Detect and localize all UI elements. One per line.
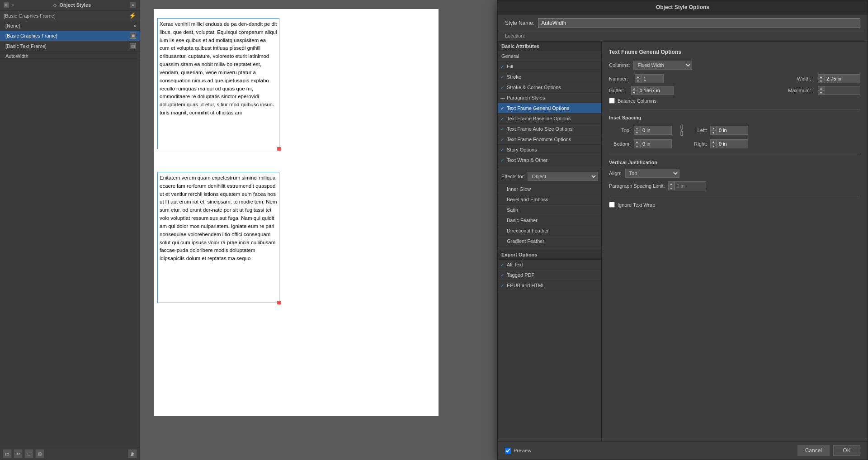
divider-3 — [609, 196, 860, 196]
style-item-none-delete[interactable]: × — [133, 24, 136, 28]
effect-item-basic-feather[interactable]: Basic Feather — [498, 215, 601, 226]
maximum-input[interactable] — [824, 86, 860, 95]
gutter-input[interactable] — [637, 86, 674, 95]
effects-for-select[interactable]: Object — [528, 172, 598, 181]
footer-buttons: Cancel OK — [797, 445, 860, 456]
number-input[interactable] — [641, 74, 664, 83]
export-options-header: Export Options — [498, 250, 601, 260]
gutter-down-arrow[interactable]: ▼ — [631, 90, 637, 95]
maximum-up-arrow[interactable]: ▲ — [818, 86, 824, 90]
gutter-up-arrow[interactable]: ▲ — [631, 86, 637, 90]
dialog-left-column: Basic Attributes General ✓ Fill — [498, 42, 602, 441]
attr-item-stroke-corner[interactable]: ✓ Stroke & Corner Options — [498, 82, 601, 93]
export-list: ✓ Alt Text ✓ Tagged PDF ✓ EPUB and HTML — [498, 260, 601, 291]
width-label: Width: — [797, 76, 811, 81]
bottom-input[interactable] — [640, 139, 672, 148]
export-item-epub[interactable]: ✓ EPUB and HTML — [498, 280, 601, 291]
top-spinner-arrows: ▲ ▼ — [634, 126, 640, 135]
panel-close-button[interactable]: × — [4, 2, 9, 8]
attr-item-tf-general[interactable]: ✓ Text Frame General Options — [498, 103, 601, 114]
para-spacing-input[interactable] — [675, 181, 706, 190]
maximum-spinner-arrows: ▲ ▼ — [818, 86, 824, 95]
style-item-basic-text[interactable]: [Basic Text Frame] ▤ — [0, 41, 140, 52]
effect-basic-feather-label: Basic Feather — [507, 218, 538, 223]
width-down-arrow[interactable]: ▼ — [818, 79, 824, 83]
align-select[interactable]: Top — [625, 169, 679, 178]
maximum-label: Maximum: — [788, 88, 811, 93]
chain-link-icon[interactable] — [675, 124, 688, 137]
right-input[interactable] — [717, 139, 748, 148]
export-item-tagged-pdf[interactable]: ✓ Tagged PDF — [498, 270, 601, 280]
balance-columns-checkbox[interactable] — [609, 98, 615, 104]
attr-tf-baseline-label: Text Frame Baseline Options — [507, 116, 571, 121]
number-up-arrow[interactable]: ▲ — [635, 74, 641, 79]
panel-menu-button[interactable]: ≡ — [130, 2, 136, 8]
attr-tf-autosize-label: Text Frame Auto Size Options — [507, 126, 573, 132]
effect-item-gradient-feather[interactable]: Gradient Feather — [498, 236, 601, 247]
style-item-autowidth[interactable]: AutoWidth — [0, 52, 140, 61]
dialog-title: Object Style Options — [498, 0, 868, 14]
left-label: Left: — [692, 128, 707, 133]
attr-fill-check: ✓ — [500, 64, 504, 69]
panel-header: × » ◇ Object Styles ≡ — [0, 0, 140, 10]
divider-2 — [609, 154, 860, 154]
ok-button[interactable]: OK — [833, 445, 860, 456]
attr-item-story[interactable]: ✓ Story Options — [498, 145, 601, 155]
style-item-autowidth-label: AutoWidth — [5, 53, 28, 59]
width-spinner-arrows: ▲ ▼ — [818, 74, 824, 83]
bottom-down-arrow[interactable]: ▼ — [634, 144, 640, 148]
panel-lightning-button[interactable]: ⚡ — [129, 12, 136, 19]
preview-checkbox[interactable] — [505, 448, 511, 454]
maximum-down-arrow[interactable]: ▼ — [818, 90, 824, 95]
width-up-arrow[interactable]: ▲ — [818, 74, 824, 79]
attr-item-fill[interactable]: ✓ Fill — [498, 62, 601, 72]
effect-item-bevel[interactable]: Bevel and Emboss — [498, 194, 601, 205]
number-down-arrow[interactable]: ▼ — [635, 79, 641, 83]
top-up-arrow[interactable]: ▲ — [634, 126, 640, 130]
attr-tf-general-label: Text Frame General Options — [507, 105, 569, 111]
effect-satin-label: Satin — [507, 207, 518, 213]
style-item-basic-graphics[interactable]: [Basic Graphics Frame] ▣ — [0, 31, 140, 41]
right-up-arrow[interactable]: ▲ — [710, 139, 717, 144]
attr-item-stroke[interactable]: ✓ Stroke — [498, 72, 601, 82]
toolbar-folder-button[interactable]: 🗁 — [3, 449, 12, 458]
left-input[interactable] — [717, 126, 748, 135]
style-name-input[interactable] — [538, 18, 860, 28]
attr-textwrap-check: ✓ — [500, 158, 504, 163]
width-input[interactable] — [824, 74, 860, 83]
effect-item-directional-feather[interactable]: Directional Feather — [498, 226, 601, 236]
attr-item-tf-baseline[interactable]: ✓ Text Frame Baseline Options — [498, 114, 601, 124]
align-label: Align: — [609, 171, 622, 176]
attr-item-para-styles[interactable]: — Paragraph Styles — [498, 93, 601, 103]
export-epub-check: ✓ — [500, 283, 504, 288]
attr-item-general[interactable]: General — [498, 51, 601, 62]
ignore-text-wrap-checkbox[interactable] — [609, 202, 615, 208]
export-item-alt-text[interactable]: ✓ Alt Text — [498, 260, 601, 270]
bottom-up-arrow[interactable]: ▲ — [634, 139, 640, 144]
location-label: Location: — [505, 33, 525, 38]
effect-item-inner-glow[interactable]: Inner Glow — [498, 184, 601, 194]
attr-fill-label: Fill — [507, 64, 513, 69]
toolbar-undo-button[interactable]: ↩ — [14, 449, 23, 458]
para-spacing-down-arrow[interactable]: ▼ — [668, 186, 675, 190]
para-spacing-up-arrow[interactable]: ▲ — [668, 181, 675, 186]
effect-item-satin[interactable]: Satin — [498, 205, 601, 215]
gutter-spinner-arrows: ▲ ▼ — [631, 86, 637, 95]
cancel-button[interactable]: Cancel — [797, 445, 830, 456]
top-input[interactable] — [640, 126, 672, 135]
left-down-arrow[interactable]: ▼ — [710, 130, 717, 135]
attr-item-tf-autosize[interactable]: ✓ Text Frame Auto Size Options — [498, 124, 601, 134]
left-up-arrow[interactable]: ▲ — [710, 126, 717, 130]
top-down-arrow[interactable]: ▼ — [634, 130, 640, 135]
right-down-arrow[interactable]: ▼ — [710, 144, 717, 148]
right-label: Right: — [692, 141, 707, 147]
attr-item-tf-footnote[interactable]: ✓ Text Frame Footnote Options — [498, 134, 601, 145]
inset-bottom-right-row: Bottom: ▲ ▼ Right: ▲ — [609, 139, 860, 148]
style-item-none[interactable]: [None] × — [0, 21, 140, 31]
attr-item-textwrap[interactable]: ✓ Text Wrap & Other — [498, 155, 601, 166]
toolbar-delete-button[interactable]: 🗑 — [128, 449, 137, 458]
style-item-basic-text-label: [Basic Text Frame] — [5, 43, 47, 49]
toolbar-style-button[interactable]: ⊞ — [35, 449, 44, 458]
toolbar-new-button[interactable]: □ — [24, 449, 33, 458]
columns-select[interactable]: Fixed Width — [633, 61, 692, 70]
